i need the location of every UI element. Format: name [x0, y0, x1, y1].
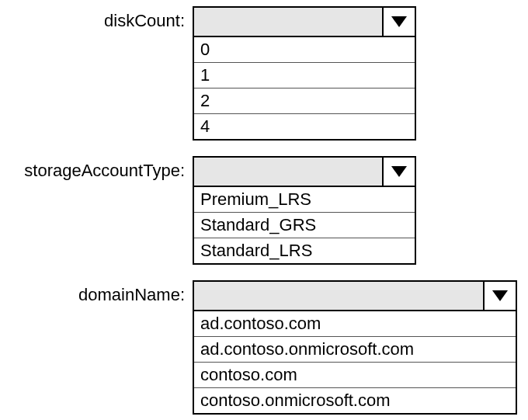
combo-input-diskCount[interactable] — [193, 6, 382, 37]
options-domainName: ad.contoso.com ad.contoso.onmicrosoft.co… — [193, 311, 517, 415]
field-storageAccountType: Premium_LRS Standard_GRS Standard_LRS — [193, 156, 416, 265]
parameter-form: diskCount: 0 1 2 4 storageAccountType: — [0, 0, 528, 415]
label-storageAccountType: storageAccountType: — [0, 156, 193, 181]
row-domainName: domainName: ad.contoso.com ad.contoso.on… — [0, 280, 528, 415]
combo-input-storageAccountType[interactable] — [193, 156, 382, 187]
option-diskCount-2[interactable]: 2 — [194, 88, 415, 113]
dropdown-button-storageAccountType[interactable] — [382, 156, 416, 187]
option-domainName-0[interactable]: ad.contoso.com — [194, 311, 516, 336]
chevron-down-icon — [391, 166, 407, 177]
combo-domainName[interactable] — [193, 280, 517, 311]
field-diskCount: 0 1 2 4 — [193, 6, 416, 141]
option-storageAccountType-1[interactable]: Standard_GRS — [194, 212, 415, 238]
chevron-down-icon — [391, 16, 407, 27]
chevron-down-icon — [492, 290, 508, 301]
row-diskCount: diskCount: 0 1 2 4 — [0, 6, 528, 141]
svg-marker-1 — [391, 166, 407, 177]
dropdown-button-domainName[interactable] — [483, 280, 517, 311]
option-domainName-2[interactable]: contoso.com — [194, 362, 516, 387]
dropdown-button-diskCount[interactable] — [382, 6, 416, 37]
label-domainName: domainName: — [0, 280, 193, 305]
options-storageAccountType: Premium_LRS Standard_GRS Standard_LRS — [193, 187, 416, 265]
svg-marker-0 — [391, 16, 407, 27]
option-diskCount-1[interactable]: 1 — [194, 62, 415, 88]
combo-diskCount[interactable] — [193, 6, 416, 37]
combo-storageAccountType[interactable] — [193, 156, 416, 187]
field-domainName: ad.contoso.com ad.contoso.onmicrosoft.co… — [193, 280, 517, 415]
option-diskCount-3[interactable]: 4 — [194, 113, 415, 139]
label-diskCount: diskCount: — [0, 6, 193, 31]
option-diskCount-0[interactable]: 0 — [194, 37, 415, 62]
options-diskCount: 0 1 2 4 — [193, 37, 416, 141]
combo-input-domainName[interactable] — [193, 280, 483, 311]
option-domainName-3[interactable]: contoso.onmicrosoft.com — [194, 387, 516, 413]
svg-marker-2 — [492, 290, 508, 301]
option-domainName-1[interactable]: ad.contoso.onmicrosoft.com — [194, 336, 516, 362]
option-storageAccountType-0[interactable]: Premium_LRS — [194, 187, 415, 212]
row-storageAccountType: storageAccountType: Premium_LRS Standard… — [0, 156, 528, 265]
option-storageAccountType-2[interactable]: Standard_LRS — [194, 238, 415, 263]
